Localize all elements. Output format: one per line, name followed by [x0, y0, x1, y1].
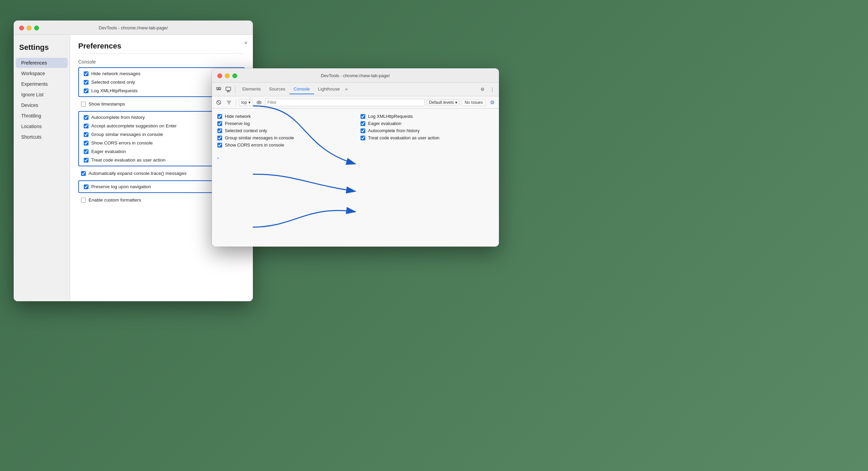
- console-preserve-log-label: Preserve log: [225, 121, 250, 126]
- sidebar-item-preferences[interactable]: Preferences: [16, 58, 68, 68]
- sidebar-item-throttling[interactable]: Throttling: [16, 111, 68, 121]
- cursor-icon[interactable]: [215, 85, 223, 94]
- eager-eval-input[interactable]: [84, 149, 89, 154]
- hide-network-input[interactable]: [84, 71, 89, 76]
- accept-autocomplete-input[interactable]: [84, 124, 89, 128]
- settings-window-title: DevTools - chrome://new-tab-page/: [99, 25, 168, 30]
- sidebar-item-shortcuts[interactable]: Shortcuts: [16, 132, 68, 142]
- console-log-xmlhttp-input[interactable]: [361, 114, 365, 119]
- settings-sidebar: Settings Preferences Workspace Experimen…: [14, 35, 70, 301]
- sidebar-item-ignore-list[interactable]: Ignore List: [16, 89, 68, 100]
- tab-more[interactable]: »: [344, 86, 349, 92]
- devtools-window: DevTools - chrome://new-tab-page/ Elemen…: [212, 68, 499, 247]
- console-selected-context[interactable]: Selected context only: [217, 127, 350, 134]
- sidebar-item-locations[interactable]: Locations: [16, 121, 68, 131]
- sidebar-item-workspace[interactable]: Workspace: [16, 68, 68, 79]
- devtools-body: Elements Sources Console Lighthouse » ⚙ …: [212, 83, 499, 247]
- selected-context-label: Selected context only: [91, 80, 135, 85]
- tab-lighthouse[interactable]: Lighthouse: [314, 84, 344, 94]
- autocomplete-history-input[interactable]: [84, 115, 89, 120]
- top-label: top: [241, 100, 247, 105]
- devtools-tabs-bar: Elements Sources Console Lighthouse » ⚙ …: [212, 83, 499, 96]
- more-options-icon[interactable]: ⋮: [488, 85, 496, 94]
- console-selected-context-input[interactable]: [217, 128, 222, 133]
- custom-formatters-input[interactable]: [81, 198, 86, 203]
- filter-icon[interactable]: [225, 98, 233, 107]
- prompt-chevron-icon: ›: [217, 155, 219, 161]
- levels-label: Default levels: [429, 100, 454, 105]
- selected-context-input[interactable]: [84, 80, 89, 85]
- clear-icon[interactable]: [215, 98, 223, 107]
- close-button[interactable]: [19, 26, 24, 30]
- devtools-minimize-button[interactable]: [225, 73, 230, 78]
- log-xmlhttp-input[interactable]: [84, 88, 89, 93]
- group-similar-label: Group similar messages in console: [91, 132, 163, 137]
- console-hide-network-input[interactable]: [217, 114, 222, 119]
- console-group-similar-label: Group similar messages in console: [225, 135, 294, 140]
- sidebar-heading: Settings: [14, 40, 70, 57]
- no-issues-button[interactable]: No Issues: [462, 99, 486, 106]
- group-similar-input[interactable]: [84, 132, 89, 137]
- console-group-similar-input[interactable]: [217, 136, 222, 140]
- devtools-close-button[interactable]: [217, 73, 222, 78]
- settings-gear-icon[interactable]: ⚙: [478, 85, 487, 94]
- levels-dropdown[interactable]: Default levels ▾: [427, 99, 460, 106]
- console-group-similar[interactable]: Group similar messages in console: [217, 134, 350, 141]
- autocomplete-history-label: Autocomplete from history: [91, 115, 145, 120]
- tab-sources[interactable]: Sources: [265, 84, 289, 94]
- eager-eval-label: Eager evaluation: [91, 149, 126, 154]
- console-autocomplete-history[interactable]: Autocomplete from history: [361, 127, 493, 134]
- console-section-label: Console: [78, 59, 245, 65]
- console-log-xmlhttp-label: Log XMLHttpRequests: [368, 114, 413, 119]
- devtools-maximize-button[interactable]: [232, 73, 237, 78]
- tab-elements[interactable]: Elements: [238, 84, 265, 94]
- traffic-lights: [19, 26, 39, 30]
- devtools-tab-icons: [215, 85, 235, 94]
- treat-code-eval-input[interactable]: [84, 158, 89, 163]
- console-eager-eval-input[interactable]: [361, 121, 365, 126]
- sidebar-item-devices[interactable]: Devices: [16, 100, 68, 110]
- console-preserve-log[interactable]: Preserve log: [217, 120, 350, 127]
- console-eager-eval[interactable]: Eager evaluation: [361, 120, 493, 127]
- console-autocomplete-history-input[interactable]: [361, 128, 365, 133]
- eye-icon[interactable]: [255, 98, 263, 107]
- show-timestamps-input[interactable]: [81, 102, 86, 107]
- filter-input[interactable]: [265, 99, 425, 106]
- expand-trace-input[interactable]: [81, 171, 86, 176]
- minimize-button[interactable]: [27, 26, 31, 30]
- preferences-title: Preferences: [78, 42, 245, 54]
- svg-line-6: [217, 101, 220, 104]
- console-col-1: Hide network Preserve log Selected conte…: [217, 113, 350, 149]
- console-prompt[interactable]: ›: [212, 153, 499, 163]
- devtools-toolbar: top ▾ Default levels ▾ No Issues ⚙: [212, 96, 499, 109]
- sidebar-item-experiments[interactable]: Experiments: [16, 79, 68, 89]
- preserve-log-input[interactable]: [84, 184, 89, 189]
- custom-formatters-label: Enable custom formatters: [89, 197, 141, 203]
- console-treat-code-eval[interactable]: Treat code evaluation as user action: [361, 134, 493, 141]
- console-settings-gear-icon[interactable]: ⚙: [488, 98, 496, 107]
- inspect-icon[interactable]: [224, 85, 232, 94]
- console-log-xmlhttp[interactable]: Log XMLHttpRequests: [361, 113, 493, 120]
- close-icon[interactable]: ×: [244, 40, 247, 46]
- show-cors-input[interactable]: [84, 141, 89, 146]
- expand-trace-label: Automatically expand console.trace() mes…: [89, 171, 187, 176]
- console-content: Hide network Preserve log Selected conte…: [212, 109, 499, 153]
- tab-console[interactable]: Console: [289, 84, 314, 94]
- maximize-button[interactable]: [34, 26, 39, 30]
- console-eager-eval-label: Eager evaluation: [368, 121, 402, 126]
- console-show-cors[interactable]: Show CORS errors in console: [217, 141, 350, 149]
- svg-rect-4: [227, 91, 229, 92]
- console-preserve-log-input[interactable]: [217, 121, 222, 126]
- svg-point-11: [258, 102, 260, 103]
- preserve-log-label: Preserve log upon navigation: [91, 184, 151, 189]
- svg-rect-3: [226, 87, 231, 91]
- accept-autocomplete-label: Accept autocomplete suggestion on Enter: [91, 123, 177, 128]
- console-treat-code-eval-input[interactable]: [361, 136, 365, 140]
- console-hide-network[interactable]: Hide network: [217, 113, 350, 120]
- console-col-2: Log XMLHttpRequests Eager evaluation Aut…: [361, 113, 493, 149]
- dropdown-arrow-icon: ▾: [248, 100, 250, 105]
- hide-network-label: Hide network messages: [91, 71, 140, 76]
- context-dropdown[interactable]: top ▾: [239, 99, 253, 106]
- levels-arrow-icon: ▾: [455, 100, 457, 105]
- console-show-cors-input[interactable]: [217, 143, 222, 148]
